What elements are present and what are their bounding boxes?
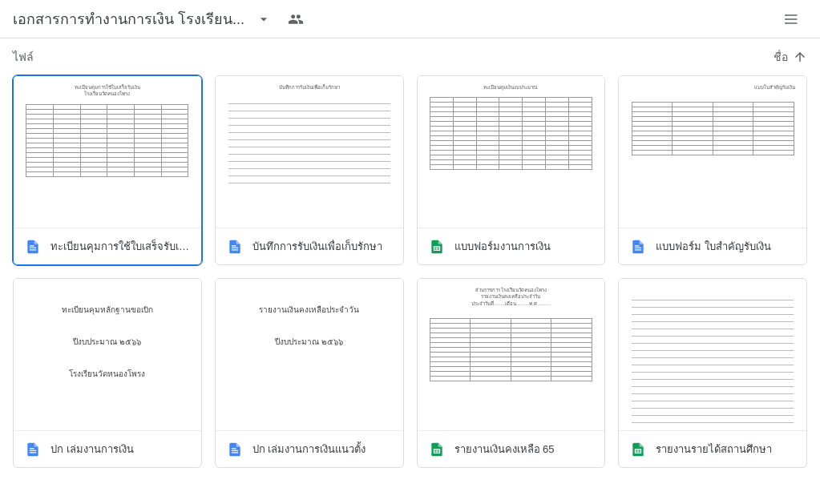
sheets-icon xyxy=(429,442,445,458)
sort-label: ชื่อ xyxy=(774,48,788,66)
docs-icon xyxy=(25,442,41,458)
arrow-up-icon xyxy=(793,50,807,64)
file-thumbnail: ทะเบียนคุมหลักฐานขอเบิกปีงบประมาณ ๒๕๖๖โร… xyxy=(14,279,201,431)
file-card[interactable]: รายงานรายได้สถานศึกษา xyxy=(618,278,807,468)
file-thumbnail: ทะเบียนคุมเงินงบประมาณ xyxy=(418,76,605,228)
docs-icon xyxy=(227,239,243,255)
file-name: รายงานรายได้สถานศึกษา xyxy=(656,441,772,458)
file-name: ปก เล่มงานการเงิน xyxy=(50,441,134,458)
docs-icon xyxy=(25,239,41,255)
folder-title: เอกสารการทำงานการเงิน โรงเรียน... xyxy=(13,7,244,30)
file-card[interactable]: ส่วนราชการ โรงเรียนวัดหนองโพรงรายงานเงิน… xyxy=(417,278,606,468)
file-card[interactable]: รายงานเงินคงเหลือประจำวันปีงบประมาณ ๒๕๖๖… xyxy=(215,278,404,468)
sort-control[interactable]: ชื่อ xyxy=(774,48,807,66)
file-thumbnail: บันทึกการรับเงินเพื่อเก็บรักษา xyxy=(216,76,403,228)
docs-icon xyxy=(227,442,243,458)
file-thumbnail: แบบใบสำคัญรับเงิน xyxy=(619,76,806,228)
file-name: แบบฟอร์ม ใบสำคัญรับเงิน xyxy=(656,238,771,255)
file-name: แบบฟอร์มงานการเงิน xyxy=(454,238,551,255)
docs-icon xyxy=(630,239,646,255)
file-thumbnail xyxy=(619,279,806,431)
file-card[interactable]: แบบใบสำคัญรับเงินแบบฟอร์ม ใบสำคัญรับเงิน xyxy=(618,75,807,265)
file-name: บันทึกการรับเงินเพื่อเก็บรักษา xyxy=(252,238,382,255)
file-name: รายงานเงินคงเหลือ 65 xyxy=(454,441,555,458)
file-thumbnail: ทะเบียนคุมการใช้ใบเสร็จรับเงินโรงเรียนวั… xyxy=(14,76,201,228)
file-card[interactable]: ทะเบียนคุมการใช้ใบเสร็จรับเงินโรงเรียนวั… xyxy=(13,75,202,265)
dropdown-icon[interactable] xyxy=(248,3,280,35)
list-view-icon[interactable] xyxy=(775,3,807,35)
file-card[interactable]: บันทึกการรับเงินเพื่อเก็บรักษาบันทึกการร… xyxy=(215,75,404,265)
file-thumbnail: ส่วนราชการ โรงเรียนวัดหนองโพรงรายงานเงิน… xyxy=(418,279,605,431)
sheets-icon xyxy=(429,239,445,255)
file-card[interactable]: ทะเบียนคุมเงินงบประมาณแบบฟอร์มงานการเงิน xyxy=(417,75,606,265)
file-name: ทะเบียนคุมการใช้ใบเสร็จรับเงิน xyxy=(50,238,190,255)
file-card[interactable]: ทะเบียนคุมหลักฐานขอเบิกปีงบประมาณ ๒๕๖๖โร… xyxy=(13,278,202,468)
share-people-icon[interactable] xyxy=(280,3,312,35)
sheets-icon xyxy=(630,442,646,458)
file-name: ปก เล่มงานการเงินแนวตั้ง xyxy=(252,441,366,458)
section-label: ไฟล์ xyxy=(13,48,34,66)
file-thumbnail: รายงานเงินคงเหลือประจำวันปีงบประมาณ ๒๕๖๖ xyxy=(216,279,403,431)
